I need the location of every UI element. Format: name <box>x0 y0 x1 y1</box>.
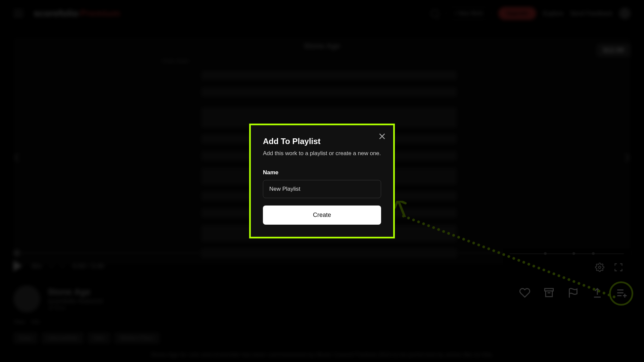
playlist-name-input[interactable] <box>263 180 381 198</box>
modal-title: Add To Playlist <box>263 137 381 146</box>
modal-subtitle: Add this work to a playlist or create a … <box>263 149 381 158</box>
playlist-name-label: Name <box>263 169 381 176</box>
add-to-playlist-modal: Add To Playlist Add this work to a playl… <box>251 125 393 237</box>
annotation-modal-highlight: Add To Playlist Add this work to a playl… <box>249 124 395 238</box>
close-icon[interactable] <box>378 132 386 141</box>
create-button[interactable]: Create <box>263 206 381 225</box>
modal-overlay[interactable]: Add To Playlist Add this work to a playl… <box>0 0 644 362</box>
